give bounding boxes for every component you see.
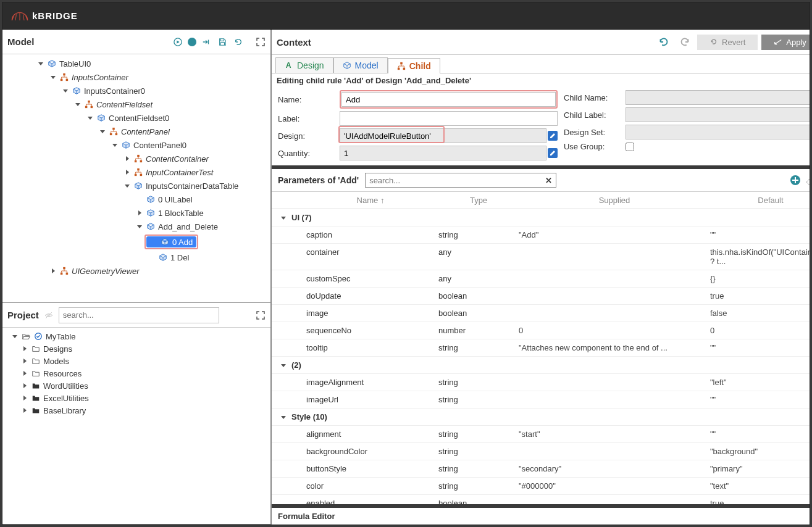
tree-toggle-icon[interactable] <box>111 141 119 149</box>
tree-toggle-icon[interactable] <box>21 394 28 402</box>
tab-model[interactable]: Model <box>333 57 388 73</box>
tree-toggle-icon[interactable] <box>86 114 94 122</box>
param-row[interactable]: imagebooleanfalse <box>272 305 810 322</box>
status-dot-icon[interactable] <box>188 38 196 46</box>
tree-node[interactable]: ContentPanel0 <box>2 138 270 152</box>
param-row[interactable]: captionstring"Add""" <box>272 226 810 244</box>
goto-icon[interactable] <box>200 36 212 48</box>
use-group-checkbox[interactable] <box>626 143 634 151</box>
project-tree[interactable]: MyTableDesignsModelsResourcesWordUtiliti… <box>2 328 270 524</box>
design-set-input[interactable] <box>626 125 810 139</box>
param-row[interactable]: tooltipstring"Attaches new component to … <box>272 339 810 357</box>
param-group-row[interactable]: (2) <box>272 357 810 374</box>
project-tree-node[interactable]: Models <box>2 355 270 367</box>
tree-toggle-icon[interactable] <box>62 87 69 94</box>
name-input[interactable] <box>341 92 556 107</box>
tree-toggle-icon[interactable] <box>11 333 19 340</box>
project-search-input[interactable] <box>59 307 219 323</box>
tree-node[interactable]: 1 Del <box>15 251 270 264</box>
tree-toggle-icon[interactable] <box>37 60 44 67</box>
tab-child[interactable]: Child <box>388 58 440 73</box>
tree-node[interactable]: ContentContainer <box>2 152 270 165</box>
params-grid-body[interactable]: UI (7)captionstring"Add"""containeranyth… <box>272 209 810 504</box>
apply-button[interactable]: Apply <box>761 35 810 50</box>
param-row[interactable]: enabledbooleantrue <box>272 495 810 504</box>
param-group-row[interactable]: UI (7) <box>272 209 810 226</box>
tree-node[interactable]: ContentFieldset0 <box>2 111 270 125</box>
param-row[interactable]: alignmentstring"start""" <box>272 426 810 443</box>
col-supplied[interactable]: Supplied <box>519 196 710 205</box>
tree-node[interactable]: 0 UILabel <box>2 193 270 206</box>
eraser-icon[interactable] <box>804 174 810 186</box>
col-name[interactable]: Name ↑ <box>303 196 438 205</box>
param-row[interactable]: sequenceNonumber00 <box>272 322 810 339</box>
params-search-input[interactable] <box>369 176 545 185</box>
project-tree-node[interactable]: MyTable <box>2 330 270 342</box>
tree-node[interactable]: 0 Add <box>15 233 270 251</box>
tree-toggle-icon[interactable] <box>21 407 28 414</box>
param-row[interactable]: doUpdatebooleantrue <box>272 288 810 305</box>
tree-node[interactable]: Add_and_Delete <box>2 220 270 233</box>
tree-node[interactable]: ContentFieldset <box>2 98 270 111</box>
tree-node[interactable]: ContentPanel <box>2 125 270 138</box>
model-tree[interactable]: TableUI0InputsContainerInputsContainer0C… <box>2 54 270 302</box>
tree-toggle-icon[interactable] <box>136 209 143 217</box>
project-tree-node[interactable]: BaseLibrary <box>2 404 270 417</box>
revert-button[interactable]: Revert <box>697 35 758 50</box>
tree-toggle-icon[interactable] <box>123 168 131 176</box>
tree-toggle-icon[interactable] <box>49 267 57 275</box>
expand-icon[interactable] <box>256 37 266 47</box>
tree-toggle-icon[interactable] <box>123 182 131 189</box>
expand-icon[interactable] <box>256 310 266 320</box>
name-label: Name: <box>278 95 340 104</box>
tree-node[interactable]: InputsContainer0 <box>2 84 270 98</box>
tree-node[interactable]: InputsContainerDataTable <box>2 179 270 193</box>
edit-icon[interactable] <box>548 148 558 158</box>
param-row[interactable]: imageAlignmentstring"left" <box>272 374 810 391</box>
label-input[interactable] <box>340 111 558 126</box>
add-icon[interactable] <box>789 174 802 186</box>
project-tree-node[interactable]: ExcelUtilities <box>2 392 270 404</box>
edit-icon[interactable] <box>548 131 558 141</box>
refresh-icon[interactable] <box>232 36 245 48</box>
tree-toggle-icon[interactable] <box>99 128 106 135</box>
tab-design[interactable]: A Design <box>275 57 333 73</box>
tree-node[interactable]: InputsContainer <box>2 70 270 84</box>
project-tree-node[interactable]: Designs <box>2 342 270 355</box>
tree-toggle-icon[interactable] <box>74 101 82 108</box>
tree-node[interactable]: TableUI0 <box>2 57 270 70</box>
tree-toggle-icon[interactable] <box>49 73 57 81</box>
save-icon[interactable] <box>216 36 228 48</box>
undo-icon[interactable] <box>655 33 672 51</box>
tree-node[interactable]: UIGeometryViewer <box>2 264 270 278</box>
param-group-row[interactable]: Style (10) <box>272 409 810 426</box>
tree-toggle-icon[interactable] <box>136 223 143 230</box>
eye-off-icon[interactable] <box>43 309 55 322</box>
design-input[interactable] <box>340 128 546 143</box>
clear-icon[interactable]: ✕ <box>545 176 552 185</box>
tree-node-label: ContentPanel0 <box>133 141 186 150</box>
param-row[interactable]: buttonStylestring"secondary""primary" <box>272 460 810 478</box>
child-label-input[interactable] <box>626 107 810 122</box>
param-row[interactable]: customSpecany{} <box>272 270 810 288</box>
redo-icon[interactable] <box>676 33 693 51</box>
play-icon[interactable] <box>172 36 184 48</box>
child-name-input[interactable] <box>626 90 810 105</box>
col-type[interactable]: Type <box>438 196 519 205</box>
quantity-input[interactable] <box>340 146 546 160</box>
param-row[interactable]: containeranythis.nha.isKindOf("UIContain… <box>272 244 810 270</box>
col-default[interactable]: Default <box>710 196 810 205</box>
params-search[interactable]: ✕ <box>365 173 556 188</box>
tree-toggle-icon[interactable] <box>21 345 28 352</box>
tree-toggle-icon[interactable] <box>21 357 28 365</box>
param-row[interactable]: colorstring"#000000""text" <box>272 478 810 495</box>
project-tree-node[interactable]: Resources <box>2 367 270 380</box>
param-row[interactable]: backgroundColorstring"background" <box>272 443 810 460</box>
param-row[interactable]: imageUrlstring"" <box>272 391 810 409</box>
tree-node[interactable]: 1 BlockTable <box>2 206 270 220</box>
tree-toggle-icon[interactable] <box>123 155 131 162</box>
tree-toggle-icon[interactable] <box>21 382 28 389</box>
tree-node[interactable]: InputContainerTest <box>2 165 270 179</box>
project-tree-node[interactable]: WordUtilities <box>2 380 270 392</box>
tree-toggle-icon[interactable] <box>21 370 28 377</box>
